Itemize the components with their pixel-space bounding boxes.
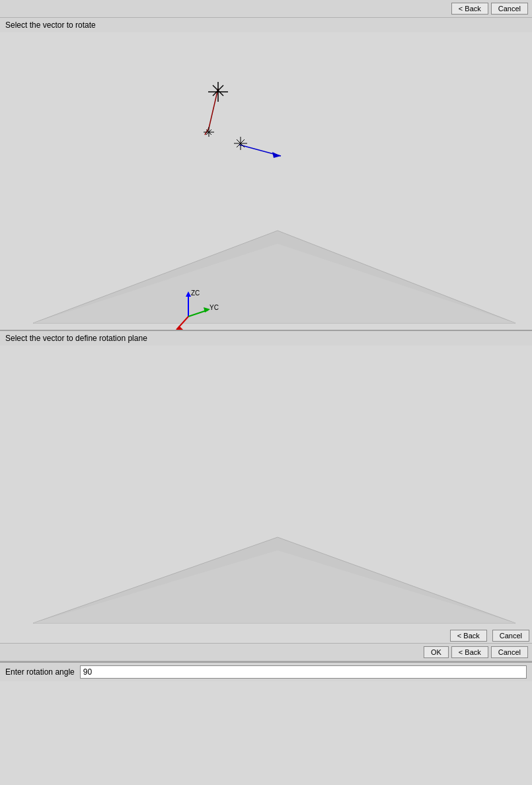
svg-text:YC: YC — [209, 304, 219, 311]
svg-line-14 — [237, 139, 245, 147]
svg-line-3 — [205, 128, 209, 135]
viewport-bottom-bar: < Back Cancel — [445, 628, 532, 643]
svg-marker-19 — [186, 291, 191, 297]
viewport-1[interactable]: ZC YC XC — [0, 32, 532, 330]
cancel-button-3[interactable]: Cancel — [491, 646, 528, 658]
svg-line-5 — [213, 85, 223, 96]
svg-line-2 — [209, 89, 218, 128]
svg-line-24 — [176, 317, 188, 330]
viewport-2[interactable]: Vector Level = 1 ZC YC XC < Back Cancel — [0, 346, 532, 643]
svg-line-9 — [206, 130, 211, 135]
svg-line-8 — [206, 130, 211, 135]
svg-text:ZC: ZC — [191, 289, 200, 297]
viewport-3[interactable] — [0, 681, 532, 785]
svg-marker-27 — [33, 537, 515, 623]
back-button-1[interactable]: < Back — [451, 3, 488, 15]
viewport-2-svg: Vector Level = 1 ZC YC XC — [0, 346, 532, 643]
ok-button[interactable]: OK — [424, 646, 449, 658]
svg-line-21 — [188, 310, 208, 317]
svg-line-12 — [239, 145, 281, 156]
rotation-input[interactable] — [80, 665, 527, 679]
back-button-3[interactable]: < Back — [451, 646, 488, 658]
panel-1: < Back Cancel Select the vector to rotat… — [0, 0, 532, 330]
ok-bar: OK < Back Cancel — [0, 643, 532, 661]
svg-marker-0 — [33, 231, 515, 323]
svg-marker-1 — [33, 244, 515, 323]
cancel-button-1[interactable]: Cancel — [491, 3, 528, 15]
back-button-2[interactable]: < Back — [450, 630, 487, 642]
panel-3: Enter rotation angle — [0, 663, 532, 785]
instruction-1: Select the vector to rotate — [0, 18, 532, 32]
instruction-2: Select the vector to define rotation pla… — [0, 331, 532, 346]
panel-2: Select the vector to define rotation pla… — [0, 331, 532, 661]
cancel-button-2[interactable]: Cancel — [492, 630, 529, 642]
top-bar-1: < Back Cancel — [0, 0, 532, 18]
svg-marker-28 — [33, 550, 515, 623]
svg-marker-13 — [272, 152, 281, 158]
viewport-3-svg — [0, 681, 532, 785]
svg-marker-25 — [175, 326, 183, 330]
rotation-label: Enter rotation angle — [5, 667, 75, 677]
rotation-bar: Enter rotation angle — [0, 663, 532, 681]
svg-line-4 — [213, 85, 223, 96]
svg-marker-22 — [204, 307, 210, 313]
viewport-1-svg: ZC YC XC — [0, 32, 532, 330]
svg-line-15 — [237, 139, 245, 147]
